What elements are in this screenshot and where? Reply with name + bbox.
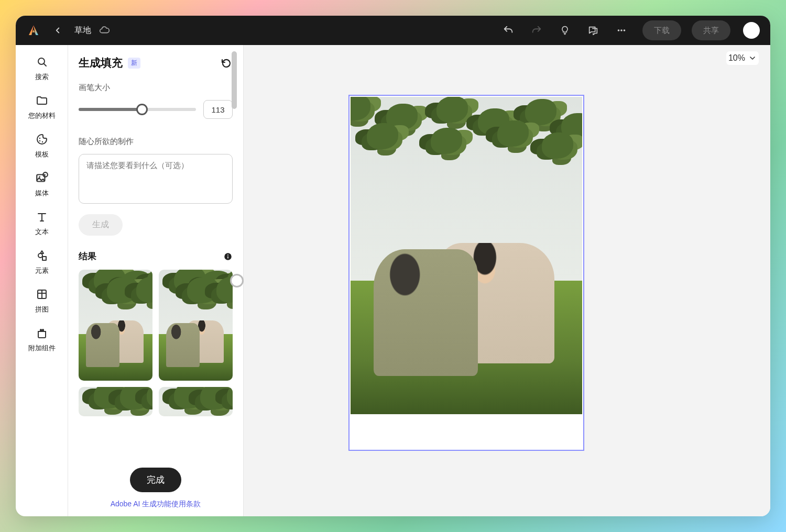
svg-rect-13 (227, 256, 228, 259)
adobe-express-logo-icon (27, 24, 40, 37)
rail-item-addons[interactable]: 附加组件 (21, 326, 63, 353)
redo-button (526, 20, 547, 41)
svg-point-12 (227, 254, 228, 256)
app-window: 草地 下载 共享 搜索 (16, 16, 770, 516)
media-icon (35, 171, 49, 185)
result-thumb-1[interactable] (79, 270, 152, 381)
panel-resize-handle[interactable] (230, 274, 244, 287)
share-button[interactable]: 共享 (692, 20, 730, 40)
comment-icon (587, 25, 599, 36)
rail-item-text[interactable]: 文本 (21, 209, 63, 237)
result-thumb-4[interactable] (159, 387, 233, 416)
top-bar: 草地 下载 共享 (16, 16, 770, 45)
rail-item-media[interactable]: 媒体 (21, 171, 63, 198)
folder-icon (35, 93, 49, 108)
rail-item-your-stuff[interactable]: 您的材料 (21, 93, 63, 120)
undo-arc-icon (220, 57, 233, 69)
brush-size-label: 画笔大小 (79, 83, 233, 93)
rail-item-grids[interactable]: 拼图 (21, 287, 63, 314)
lightbulb-icon (560, 25, 570, 36)
back-button[interactable] (48, 21, 67, 40)
rail-item-elements[interactable]: 元素 (21, 248, 63, 275)
more-button[interactable] (611, 20, 632, 41)
result-thumb-2[interactable] (159, 270, 233, 381)
panel-header: 生成填充 新 (79, 56, 233, 70)
svg-point-3 (38, 58, 45, 64)
panel-title: 生成填充 (79, 56, 123, 70)
app-logo[interactable] (26, 23, 41, 38)
brush-size-value[interactable]: 113 (203, 100, 233, 119)
download-button[interactable]: 下载 (642, 20, 681, 40)
result-thumb-3[interactable] (79, 387, 152, 416)
text-icon (35, 209, 49, 224)
zoom-control[interactable]: 10% (726, 51, 759, 65)
left-rail: 搜索 您的材料 模板 媒体 文本 元素 (16, 45, 68, 516)
ai-terms-link[interactable]: Adobe AI 生成功能使用条款 (111, 500, 201, 509)
canvas-area[interactable]: 10% (244, 45, 770, 516)
rail-item-templates[interactable]: 模板 (21, 132, 63, 159)
comment-button[interactable] (583, 20, 604, 41)
panel-scrollbar[interactable] (232, 51, 237, 109)
panel-footer: 完成 Adobe AI 生成功能使用条款 (68, 458, 243, 516)
grid-icon (35, 287, 49, 302)
chevron-left-icon (53, 26, 62, 35)
shapes-icon (35, 248, 49, 263)
reset-button[interactable] (220, 57, 233, 69)
idea-button[interactable] (554, 20, 575, 41)
prompt-section-label: 随心所欲的制作 (79, 137, 233, 147)
template-icon (35, 132, 49, 147)
svg-point-6 (41, 141, 42, 142)
svg-point-2 (624, 29, 626, 31)
canvas-selection-frame[interactable] (348, 95, 584, 451)
svg-point-1 (620, 29, 623, 31)
undo-button[interactable] (498, 20, 519, 41)
brush-size-slider[interactable] (79, 108, 196, 111)
user-avatar[interactable] (743, 22, 760, 39)
svg-point-0 (618, 29, 620, 31)
brush-size-control: 113 (79, 100, 233, 119)
zoom-value: 10% (728, 53, 745, 63)
generative-fill-panel: 生成填充 新 画笔大小 113 随心所欲的制作 (68, 45, 244, 516)
results-info-button[interactable] (223, 252, 233, 261)
more-horizontal-icon (616, 25, 627, 36)
plugin-icon (35, 326, 49, 340)
undo-icon (503, 25, 514, 36)
search-icon (35, 54, 49, 69)
chevron-down-icon (748, 54, 757, 62)
info-icon (223, 252, 233, 261)
rail-item-search[interactable]: 搜索 (21, 54, 63, 82)
cloud-sync-icon[interactable] (99, 25, 110, 36)
generate-button: 生成 (79, 214, 123, 236)
svg-point-4 (39, 138, 40, 139)
redo-icon (531, 25, 542, 36)
results-header: 结果 (79, 250, 233, 262)
results-title: 结果 (79, 250, 96, 262)
new-badge: 新 (128, 58, 140, 69)
canvas-image (351, 97, 582, 414)
results-grid (79, 270, 233, 416)
document-title[interactable]: 草地 (74, 25, 91, 36)
svg-point-5 (39, 140, 40, 141)
prompt-input[interactable] (79, 154, 233, 204)
done-button[interactable]: 完成 (130, 468, 181, 492)
slider-thumb[interactable] (136, 104, 148, 115)
app-body: 搜索 您的材料 模板 媒体 文本 元素 (16, 45, 770, 516)
